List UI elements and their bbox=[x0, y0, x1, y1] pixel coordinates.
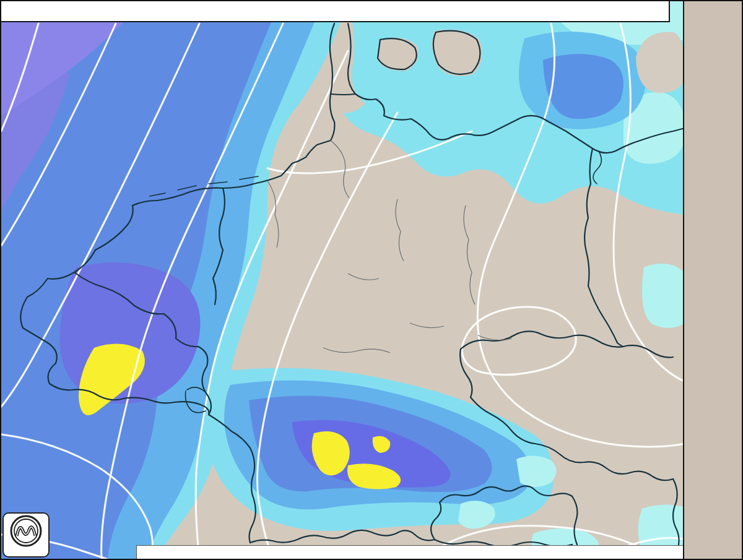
map-labels bbox=[1, 1, 685, 559]
metmaps-logo[interactable] bbox=[2, 512, 50, 558]
weather-map-canvas[interactable] bbox=[1, 1, 685, 559]
weather-map-app bbox=[0, 0, 743, 560]
metmaps-logo-icon bbox=[4, 514, 48, 556]
copyright-bar bbox=[136, 545, 685, 559]
legend-sidebar bbox=[683, 1, 742, 559]
title-bar bbox=[1, 1, 670, 22]
